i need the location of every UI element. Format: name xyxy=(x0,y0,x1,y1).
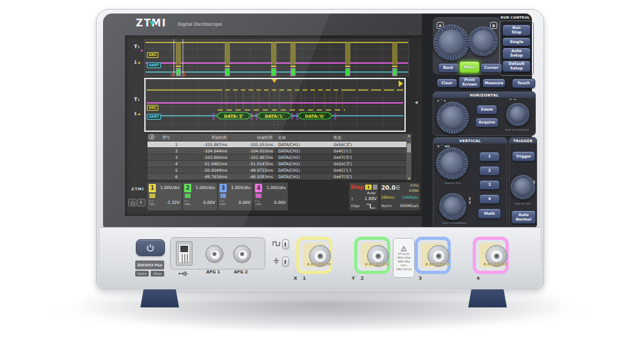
ground-terminal[interactable] xyxy=(282,257,289,267)
zoom-button[interactable]: Zoom xyxy=(477,105,497,114)
table-row[interactable]: 4 -51.8481ms -51.0147ms DATA(CH1) 0x5A('… xyxy=(147,160,406,167)
lcd-screen[interactable]: { }{ }{ } DATA:'Z' DATA:'L' DATA:'G' xyxy=(125,35,426,216)
channel2-status[interactable]: 2 1:11MΩ 1.00V/div 0.00V xyxy=(183,183,217,210)
uart-decode-label: DATA:'Z' xyxy=(224,114,243,119)
channel4-status[interactable]: 4 1:11MΩ 1.00V/div 0.00V xyxy=(254,183,288,210)
record-points: 140Mpts xyxy=(402,195,419,199)
channel3-offset: 0.00V xyxy=(238,200,251,205)
decode-table-header: B 序号 开始时间 结束时间 名称 数据 xyxy=(147,134,412,141)
horizontal-position-knob[interactable] xyxy=(506,103,529,126)
knob-b-label: B xyxy=(490,22,497,29)
scroll-down-icon[interactable]: ▼ xyxy=(408,177,410,180)
trigger-menu-button[interactable]: Trigger xyxy=(512,151,535,161)
bus-label-uart-zoom[interactable]: UART xyxy=(147,114,161,120)
channel3-input[interactable] xyxy=(415,237,451,274)
run-stop-button[interactable]: Run Stop xyxy=(502,24,531,36)
bandwidth-badge: 500MHz xyxy=(135,271,149,277)
trigger-coupling-icon xyxy=(373,185,377,190)
channel1-button[interactable]: 1 xyxy=(479,152,500,161)
waveform-window-zoom[interactable]: { }{ }{ } DATA:'Z' DATA:'L' DATA:'G' xyxy=(144,78,406,132)
table-row[interactable]: 3 -103.800ms -102.967ms DATA(CH1) 0x47('… xyxy=(147,154,406,160)
uart-decode-label: DATA:'L' xyxy=(265,114,284,119)
table-scrollbar[interactable]: ▲ ▼ xyxy=(406,134,412,180)
front-panel: ZDS5054 Plus 500MHz 4GSa/s xyxy=(100,227,540,288)
vertical-scale-knob[interactable] xyxy=(436,147,468,179)
scroll-thumb[interactable] xyxy=(407,143,411,152)
acquire-button[interactable]: Acquire xyxy=(475,118,498,127)
hpos-arrows: ← → xyxy=(509,97,516,101)
y-axis-label: Y xyxy=(352,276,355,281)
bus-label-dec-zoom[interactable]: DEC xyxy=(147,105,158,111)
uart-decode-label: DATA:'G' xyxy=(305,114,325,119)
touch-button[interactable]: Touch xyxy=(512,78,535,88)
multifunction-knob-b[interactable] xyxy=(468,26,498,56)
single-button[interactable]: Single xyxy=(502,37,531,46)
trigger-marker-zoom[interactable]: T↕ xyxy=(134,97,140,102)
decode-brace: } xyxy=(334,112,338,120)
auto-setup-button[interactable]: Auto Setup xyxy=(502,48,531,59)
print-screen-button[interactable]: Print Screen xyxy=(459,77,480,88)
default-setup-button[interactable]: Default Setup xyxy=(502,60,531,72)
channel2-button[interactable]: 2 xyxy=(479,166,500,176)
trigger-marker[interactable]: T↕ xyxy=(134,44,140,50)
timebase-knob[interactable] xyxy=(437,102,469,134)
vpos-arrows: ↕↕ xyxy=(468,197,471,205)
table-row[interactable]: 5 -50.8049ms -49.9715ms DATA(CH1) 0x4C('… xyxy=(147,167,406,173)
table-row[interactable]: 1 -105.887ms -105.053ms DATA(CH1) 0x5A('… xyxy=(147,141,406,147)
scroll-up-icon[interactable]: ▲ xyxy=(408,134,410,137)
channel1-input[interactable] xyxy=(296,237,332,274)
decode-table[interactable]: B 序号 开始时间 结束时间 名称 数据 1 -105.887ms -105.0… xyxy=(147,133,412,181)
bus-icon: B xyxy=(147,134,156,141)
channel4-button[interactable]: 4 xyxy=(479,194,500,204)
channel4-probe: 1:11MΩ xyxy=(255,200,261,206)
vertical-position-knob[interactable] xyxy=(439,193,466,220)
usb-afg-module xyxy=(170,237,265,269)
panel-collapse-icon[interactable]: ◀ xyxy=(415,100,418,104)
control-panel: A B Push to Select Back Menu Cursor RUN … xyxy=(422,14,532,227)
push-zero-label: Push to Zero/Return xyxy=(433,221,476,224)
waveform-window-main[interactable] xyxy=(144,39,410,77)
horizontal-title: HORIZONTAL xyxy=(433,92,535,98)
channel2-badge: 2 xyxy=(184,184,191,192)
trigger-level-knob[interactable] xyxy=(511,175,535,199)
menu-button[interactable]: Menu xyxy=(459,61,480,73)
channel1-marker[interactable]: 1 ▶ xyxy=(134,60,140,66)
back-button[interactable]: Back xyxy=(438,63,459,73)
gesture-icon[interactable] xyxy=(128,199,137,206)
run-state: Stop xyxy=(350,185,364,190)
bus-label-dec[interactable]: DEC xyxy=(147,52,158,58)
logo-subtitle: Digital Oscilloscope xyxy=(178,22,222,27)
push-center-label: Push to Center/Left xyxy=(498,128,536,131)
channel1-status[interactable]: 1 1:11MΩ 1.00V/div -1.32V xyxy=(147,183,182,210)
afg1-connector[interactable] xyxy=(205,245,223,263)
oscilloscope-photo: ZTMI Digital Oscilloscope xyxy=(0,0,644,337)
channel1-probe: 1:11MΩ xyxy=(149,200,155,206)
channel3-status[interactable]: 3 1:11MΩ 1.00V/div 0.00V xyxy=(218,183,252,210)
math-button[interactable]: Math xyxy=(478,208,501,219)
channel2-input[interactable] xyxy=(354,237,390,274)
afg2-connector[interactable] xyxy=(233,245,251,263)
measure-button[interactable]: Measure xyxy=(482,78,506,87)
channel3-button[interactable]: 3 xyxy=(479,180,500,190)
timebase-status[interactable]: 20.0 msdiv X-Pos 0.00s 280ms 140Mpts Nor… xyxy=(380,183,420,210)
trigger-status[interactable]: Stop 1 Auto T 1.88V Edge xyxy=(349,183,379,210)
probe-comp-terminal[interactable] xyxy=(282,239,289,250)
timebase-scale-hint: s ⌒ s xyxy=(437,99,446,102)
timebase-scale: 20.0 xyxy=(381,185,395,191)
touch-icon[interactable] xyxy=(137,199,146,206)
channel2-scale: 1.00V/div xyxy=(196,185,215,190)
power-icon xyxy=(146,244,155,252)
auto-normal-button[interactable]: Auto Normal xyxy=(511,210,536,224)
multifunction-knob-a[interactable] xyxy=(433,24,469,60)
channel1-marker-zoom[interactable]: 1 ▶ xyxy=(134,111,140,117)
record-time: 280ms xyxy=(381,195,394,199)
horizontal-section: HORIZONTAL s ⌒ s Zoom Acquire ← → Push t… xyxy=(433,91,536,136)
table-row[interactable]: 6 -49.7616ms -48.9283ms DATA(CH1) 0x47('… xyxy=(147,173,406,179)
clear-button[interactable]: Clear xyxy=(437,78,457,87)
usb-port[interactable] xyxy=(176,241,193,266)
channel4-input[interactable] xyxy=(473,237,509,274)
bus-label-uart[interactable]: UART xyxy=(147,62,161,68)
power-button[interactable] xyxy=(136,239,165,256)
channel2-offset: 0.00V xyxy=(203,200,215,205)
table-row[interactable]: 2 -104.844ms -104.010ms DATA(CH1) 0x4C('… xyxy=(147,147,406,154)
